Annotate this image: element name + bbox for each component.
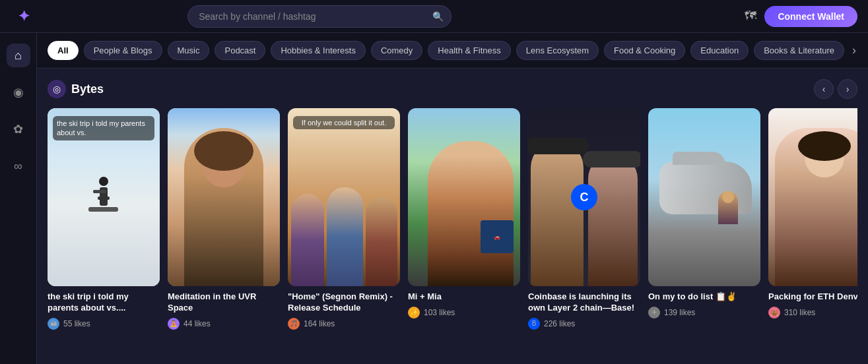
sidebar: ⌂ ◉ ✿ ∞: [0, 33, 37, 364]
channel-avatar-6: ✈: [648, 307, 660, 318]
likes-5: 226 likes: [544, 319, 575, 328]
video-meta-6: ✈ 139 likes: [648, 307, 760, 318]
video-card-1[interactable]: the ski trip i told my parents about vs.…: [48, 108, 160, 330]
video-info-2: Meditation in the UVR Space 🧘 44 likes: [168, 291, 280, 330]
channel-avatar-4: ✨: [408, 307, 420, 318]
video-thumb-3: If only we could split it out.: [288, 108, 400, 286]
person-figure-2: [168, 108, 280, 286]
video-title-6: On my to do list 📋✌: [648, 291, 760, 303]
logo[interactable]: ✦: [11, 8, 37, 25]
tab-all[interactable]: All: [48, 41, 79, 60]
plane-body: [659, 162, 752, 214]
video-meta-1: 🏔 55 likes: [48, 318, 160, 330]
snowboarder-figure: [87, 166, 120, 212]
section-header: ◎ Bytes ‹ ›: [48, 79, 857, 99]
video-thumb-1: the ski trip i told my parents about vs.: [48, 108, 160, 286]
likes-3: 164 likes: [304, 319, 335, 328]
channel-avatar-2: 🧘: [168, 318, 180, 330]
logo-icon: ✦: [18, 8, 30, 25]
person-eth: [775, 128, 857, 286]
category-tabs: All People & Blogs Music Podcast Hobbies…: [37, 33, 868, 69]
likes-6: 139 likes: [664, 308, 695, 317]
video-info-5: Coinbase is launching its own Layer 2 ch…: [528, 291, 640, 330]
next-arrow-button[interactable]: ›: [838, 79, 857, 99]
tab-lens[interactable]: Lens Ecosystem: [516, 41, 599, 60]
main-layout: ⌂ ◉ ✿ ∞ All People & Blogs Music Podcast…: [0, 33, 868, 364]
likes-7: 310 likes: [784, 308, 815, 317]
tab-books[interactable]: Books & Literature: [754, 41, 844, 60]
video-title-7: Packing for ETH Denver: [768, 291, 857, 303]
video-card-6[interactable]: On my to do list 📋✌ ✈ 139 likes: [648, 108, 760, 330]
connect-wallet-button[interactable]: Connect Wallet: [764, 6, 857, 27]
video-info-3: "Home" (Segnon Remix) - Release Schedule…: [288, 291, 400, 330]
sidebar-item-home[interactable]: ⌂: [7, 44, 30, 67]
likes-2: 44 likes: [184, 319, 211, 328]
video-thumb-4: 🚗: [408, 108, 520, 286]
sidebar-item-loop[interactable]: ∞: [7, 154, 30, 178]
bytes-section: ◎ Bytes ‹ ›: [37, 69, 868, 364]
search-button[interactable]: 🔍: [432, 11, 444, 22]
nav-arrows: ‹ ›: [814, 79, 857, 99]
video-thumb-7: [768, 108, 857, 286]
map-icon[interactable]: 🗺: [745, 9, 756, 23]
person-4: [428, 141, 514, 286]
video-thumb-6: [648, 108, 760, 286]
video-card-5[interactable]: C Coinbase is launching its own Layer 2 …: [528, 108, 640, 330]
video-title-3: "Home" (Segnon Remix) - Release Schedule: [288, 291, 400, 314]
tab-education[interactable]: Education: [690, 41, 749, 60]
video-thumb-5: C: [528, 108, 640, 286]
coinbase-logo: C: [571, 184, 597, 210]
video-card-2[interactable]: Meditation in the UVR Space 🧘 44 likes: [168, 108, 280, 330]
video-title-2: Meditation in the UVR Space: [168, 291, 280, 314]
video-meta-3: 🎵 164 likes: [288, 318, 400, 330]
thumb-overlay-1: the ski trip i told my parents about vs.: [53, 116, 154, 140]
main-content: All People & Blogs Music Podcast Hobbies…: [37, 33, 868, 364]
channel-avatar-3: 🎵: [288, 318, 300, 330]
video-grid: the ski trip i told my parents about vs.…: [48, 108, 857, 330]
video-meta-7: 👜 310 likes: [768, 307, 857, 318]
nav-right: 🗺 Connect Wallet: [745, 6, 857, 27]
video-info-7: Packing for ETH Denver 👜 310 likes: [768, 291, 857, 318]
video-meta-5: B 226 likes: [528, 318, 640, 330]
video-card-3[interactable]: If only we could split it out. "Home" (S…: [288, 108, 400, 330]
people-figures: [288, 167, 400, 286]
tab-hobbies[interactable]: Hobbies & Interests: [271, 41, 365, 60]
sidebar-item-explore[interactable]: ✿: [7, 117, 30, 141]
video-info-4: Mi + Mia ✨ 103 likes: [408, 291, 520, 318]
video-thumb-2: [168, 108, 280, 286]
video-title-5: Coinbase is launching its own Layer 2 ch…: [528, 291, 640, 314]
likes-4: 103 likes: [424, 308, 455, 317]
top-nav: ✦ 🔍 🗺 Connect Wallet: [0, 0, 868, 33]
section-header-left: ◎ Bytes: [48, 80, 809, 98]
section-title: Bytes: [71, 82, 104, 96]
video-card-7[interactable]: Packing for ETH Denver 👜 310 likes: [768, 108, 857, 330]
channel-avatar-1: 🏔: [48, 318, 59, 330]
tab-people-blogs[interactable]: People & Blogs: [84, 41, 162, 60]
thumb-overlay-3: If only we could split it out.: [293, 116, 395, 129]
video-info-6: On my to do list 📋✌ ✈ 139 likes: [648, 291, 760, 318]
likes-1: 55 likes: [63, 319, 90, 328]
video-title-4: Mi + Mia: [408, 291, 520, 303]
search-input[interactable]: [187, 5, 451, 28]
video-info-1: the ski trip i told my parents about vs.…: [48, 291, 160, 330]
tabs-scroll-right[interactable]: ›: [850, 41, 859, 60]
video-title-1: the ski trip i told my parents about vs.…: [48, 291, 160, 314]
tab-music[interactable]: Music: [168, 41, 210, 60]
car-element: 🚗: [481, 220, 514, 253]
search-bar: 🔍: [187, 5, 451, 28]
tab-food[interactable]: Food & Cooking: [604, 41, 685, 60]
person-skydive: [718, 191, 738, 224]
sidebar-item-bytes[interactable]: ◉: [7, 80, 30, 104]
video-meta-4: ✨ 103 likes: [408, 307, 520, 318]
tab-comedy[interactable]: Comedy: [371, 41, 422, 60]
channel-avatar-5: B: [528, 318, 540, 330]
prev-arrow-button[interactable]: ‹: [814, 79, 834, 99]
video-meta-2: 🧘 44 likes: [168, 318, 280, 330]
bytes-section-icon: ◎: [48, 80, 66, 98]
video-card-4[interactable]: 🚗 Mi + Mia ✨ 103 likes: [408, 108, 520, 330]
channel-avatar-7: 👜: [768, 307, 780, 318]
tab-podcast[interactable]: Podcast: [215, 41, 265, 60]
tab-health[interactable]: Health & Fitness: [428, 41, 510, 60]
